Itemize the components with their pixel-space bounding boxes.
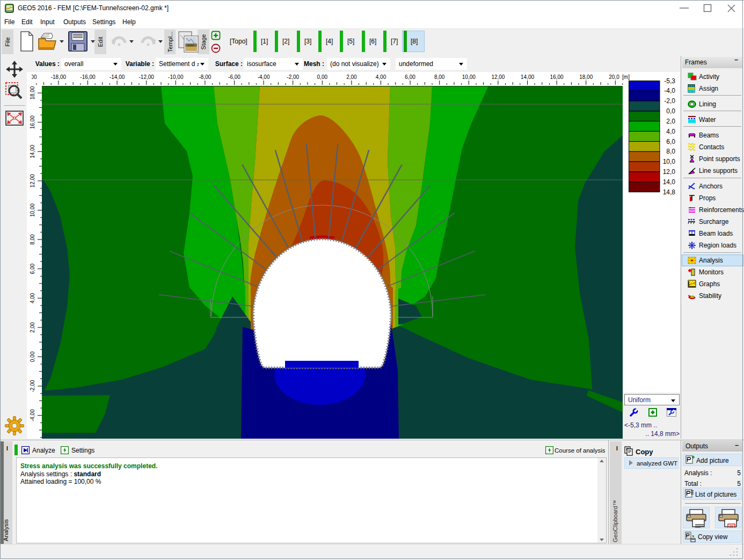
svg-text:4,00: 4,00	[30, 293, 35, 303]
svg-text:12,00: 12,00	[30, 174, 35, 187]
svg-text:14,0: 14,0	[663, 178, 676, 186]
svg-text:6,00: 6,00	[30, 264, 35, 274]
svg-text:2,00: 2,00	[346, 74, 357, 80]
svg-text:10,00: 10,00	[462, 74, 476, 80]
svg-text:-4,00: -4,00	[258, 74, 270, 80]
svg-text:8,0: 8,0	[666, 148, 675, 155]
svg-text:-4,00: -4,00	[30, 409, 35, 421]
svg-text:8,00: 8,00	[434, 74, 445, 80]
svg-text:4,00: 4,00	[376, 74, 386, 80]
svg-text:-2,00: -2,00	[30, 380, 35, 392]
svg-text:-6,00: -6,00	[228, 74, 240, 80]
svg-text:-2,00: -2,00	[287, 74, 299, 80]
svg-text:18,00: 18,00	[579, 74, 593, 80]
svg-text:-8,00: -8,00	[199, 74, 211, 80]
svg-text:-14,00: -14,00	[110, 74, 125, 80]
svg-text:-18,00: -18,00	[51, 74, 67, 80]
svg-text:2,0: 2,0	[666, 118, 675, 125]
svg-text:4,0: 4,0	[666, 128, 675, 135]
svg-text:12,0: 12,0	[663, 168, 676, 176]
svg-text:6,00: 6,00	[405, 74, 415, 80]
svg-text:10,00: 10,00	[30, 203, 35, 217]
svg-text:-2,0: -2,0	[664, 97, 675, 105]
svg-text:-16,00: -16,00	[80, 74, 96, 80]
svg-text:8,00: 8,00	[30, 234, 35, 245]
svg-text:20,0: 20,0	[609, 74, 619, 80]
svg-text:-4,0: -4,0	[664, 87, 675, 94]
svg-text:18,00: 18,00	[30, 86, 35, 99]
svg-text:0,00: 0,00	[317, 74, 328, 80]
svg-text:2,00: 2,00	[30, 322, 35, 333]
svg-text:0,00: 0,00	[30, 351, 35, 362]
svg-text:16,00: 16,00	[550, 74, 564, 80]
svg-text:14,8: 14,8	[663, 188, 676, 196]
svg-text:12,00: 12,00	[491, 74, 505, 80]
svg-text:-10,00: -10,00	[168, 74, 184, 80]
svg-text:14,00: 14,00	[30, 144, 35, 158]
svg-text:-12,00: -12,00	[139, 74, 155, 80]
svg-text:16,00: 16,00	[30, 115, 35, 129]
svg-text:10,0: 10,0	[663, 158, 676, 165]
svg-text:6,0: 6,0	[666, 138, 675, 146]
svg-text:-5,3: -5,3	[664, 77, 675, 85]
svg-text:0,0: 0,0	[666, 107, 675, 115]
svg-text:14,00: 14,00	[521, 74, 534, 80]
